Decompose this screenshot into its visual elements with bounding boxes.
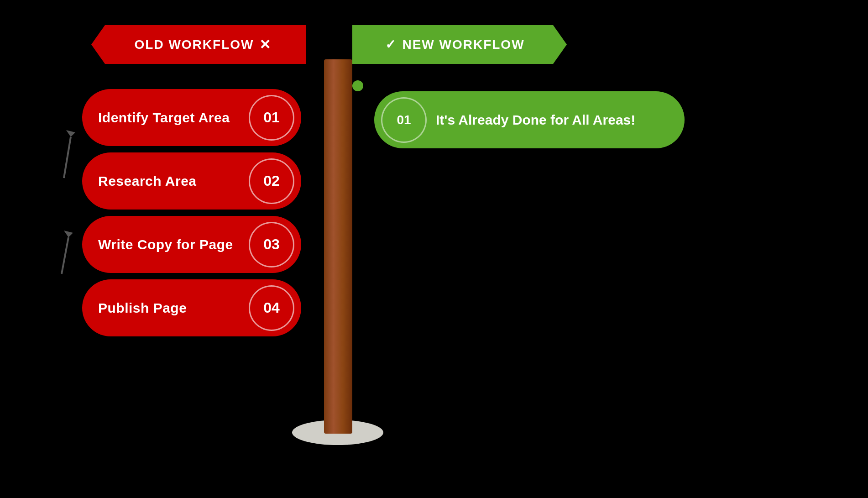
old-workflow-items: Identify Target Area 01 Research Area 02… bbox=[82, 89, 301, 336]
new-item-1-label: It's Already Done for All Areas! bbox=[436, 112, 635, 128]
svg-line-2 bbox=[62, 237, 68, 274]
scene: OLD WORKFLOW ✕ ✓ NEW WORKFLOW Identify T… bbox=[0, 0, 868, 498]
old-item-1-number: 01 bbox=[249, 95, 294, 141]
new-workflow-check-icon: ✓ bbox=[385, 37, 397, 52]
old-item-1-label: Identify Target Area bbox=[98, 110, 230, 126]
old-workflow-sign-content: OLD WORKFLOW ✕ bbox=[135, 37, 272, 52]
sign-pole bbox=[324, 59, 352, 434]
new-workflow-label: NEW WORKFLOW bbox=[402, 37, 524, 52]
old-item-4-number: 04 bbox=[249, 285, 294, 331]
connector-dot-green bbox=[352, 80, 363, 91]
old-workflow-sign: OLD WORKFLOW ✕ bbox=[91, 25, 306, 64]
new-workflow-sign: ✓ NEW WORKFLOW bbox=[352, 25, 567, 64]
old-item-4-label: Publish Page bbox=[98, 300, 187, 316]
svg-marker-1 bbox=[66, 130, 75, 137]
old-workflow-item-2: Research Area 02 bbox=[82, 152, 301, 210]
svg-marker-3 bbox=[64, 231, 73, 237]
old-workflow-label: OLD WORKFLOW bbox=[135, 37, 254, 52]
old-item-2-label: Research Area bbox=[98, 173, 197, 189]
old-workflow-item-3: Write Copy for Page 03 bbox=[82, 216, 301, 273]
new-item-1-number: 01 bbox=[381, 97, 427, 143]
svg-line-0 bbox=[64, 137, 71, 178]
old-item-2-number: 02 bbox=[249, 158, 294, 204]
new-workflow-item-1: 01 It's Already Done for All Areas! bbox=[374, 91, 685, 148]
old-workflow-x-icon: ✕ bbox=[259, 37, 272, 52]
old-workflow-item-4: Publish Page 04 bbox=[82, 279, 301, 336]
new-workflow-sign-content: ✓ NEW WORKFLOW bbox=[385, 37, 524, 52]
new-workflow-items: 01 It's Already Done for All Areas! bbox=[374, 91, 685, 148]
old-workflow-item-1: Identify Target Area 01 bbox=[82, 89, 301, 146]
old-item-3-number: 03 bbox=[249, 222, 294, 267]
old-item-3-label: Write Copy for Page bbox=[98, 237, 233, 252]
